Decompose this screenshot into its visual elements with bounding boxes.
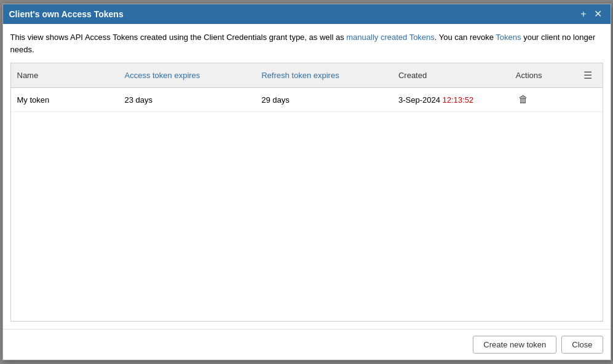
col-header-actions: Actions: [510, 63, 575, 88]
col-header-created: Created: [392, 63, 510, 88]
cell-refresh-token-expires: 29 days: [255, 88, 392, 112]
cell-menu: [575, 88, 603, 112]
close-button[interactable]: Close: [561, 336, 603, 354]
cell-name: My token: [11, 88, 119, 112]
manually-created-link[interactable]: manually created Tokens: [346, 33, 435, 42]
cell-access-token-expires: 23 days: [119, 88, 256, 112]
cell-created: 3-Sep-2024 12:13:52: [392, 88, 510, 112]
dialog-title: Client's own Access Tokens: [9, 9, 124, 19]
create-new-token-button[interactable]: Create new token: [473, 336, 556, 354]
tokens-link[interactable]: Tokens: [496, 33, 521, 42]
col-header-refresh-token-expires[interactable]: Refresh token expires: [255, 63, 392, 88]
table-body: My token23 days29 days3-Sep-2024 12:13:5…: [11, 88, 603, 112]
info-text: This view shows API Access Tokens create…: [10, 31, 603, 55]
table-container: Name Access token expires Refresh token …: [10, 63, 603, 322]
tokens-table: Name Access token expires Refresh token …: [11, 63, 603, 112]
col-header-access-token-expires[interactable]: Access token expires: [119, 63, 256, 88]
col-header-name: Name: [11, 63, 119, 88]
dialog-close-x-button[interactable]: ✕: [591, 9, 604, 19]
delete-token-button[interactable]: 🗑: [516, 93, 531, 106]
access-tokens-dialog: Client's own Access Tokens + ✕ This view…: [2, 4, 611, 360]
col-header-menu: ☰: [575, 63, 603, 88]
table-header-row: Name Access token expires Refresh token …: [11, 63, 603, 88]
table-menu-icon-button[interactable]: ☰: [581, 68, 595, 82]
dialog-titlebar: Client's own Access Tokens + ✕: [3, 4, 611, 24]
dialog-body: This view shows API Access Tokens create…: [3, 24, 611, 329]
dialog-plus-button[interactable]: +: [578, 9, 588, 19]
dialog-footer: Create new token Close: [3, 329, 611, 360]
titlebar-buttons: + ✕: [578, 9, 604, 19]
table-row: My token23 days29 days3-Sep-2024 12:13:5…: [11, 88, 603, 112]
cell-actions: 🗑: [510, 88, 575, 112]
